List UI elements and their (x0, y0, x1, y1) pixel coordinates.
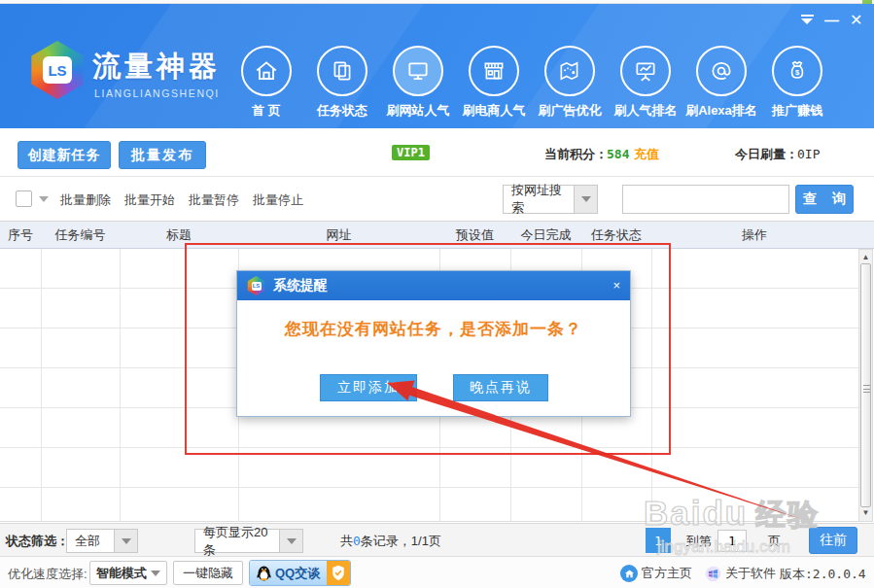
later-button[interactable]: 晚点再说 (453, 374, 548, 401)
records-count: 0 (353, 534, 361, 548)
speed-label: 优化速度选择: (8, 566, 87, 583)
official-home-link[interactable]: 官方主页 (620, 565, 692, 582)
recharge-link[interactable]: 充值 (634, 146, 659, 163)
search-input[interactable] (622, 185, 789, 214)
col-url[interactable]: 网址 (238, 222, 439, 249)
batch-publish-button[interactable]: 批量发布 (119, 141, 206, 169)
nav-ecommerce-traffic[interactable]: 刷电商人气 (455, 46, 533, 120)
tasks-icon (317, 46, 367, 96)
about-software-label: 关于软件 (725, 565, 776, 582)
batch-actions-bar: 批量删除 批量开始 批量暂停 批量停止 按网址搜索 查 询 (0, 177, 874, 222)
points-label: 当前积分： (544, 146, 608, 163)
batch-stop-link[interactable]: 批量停止 (253, 191, 303, 209)
menu-bar (801, 15, 814, 17)
add-now-button[interactable]: 立即添加 (320, 374, 417, 401)
records-suffix: 条记录，1/1页 (361, 534, 441, 548)
status-filter-select[interactable]: 全部 (66, 529, 138, 553)
col-today-done[interactable]: 今日完成 (510, 222, 581, 249)
logo-monogram: LS (252, 282, 262, 291)
page-size-select[interactable]: 每页显示20条 (194, 529, 303, 553)
app-subtitle: LIANGLIANGSHENQI (94, 87, 220, 99)
home-icon (241, 46, 292, 96)
nav-promote-earn[interactable]: $ 推广赚钱 (758, 46, 836, 120)
filter-value: 全部 (67, 533, 114, 550)
select-dropdown-icon[interactable] (39, 196, 49, 202)
hide-button[interactable]: 一键隐藏 (173, 561, 243, 585)
app-header: LS 流量神器 LIANGLIANGSHENQI 首 页 任务状态 刷网站人气 … (0, 4, 874, 128)
vip-badge: VIP1 (392, 145, 430, 160)
grid-line (651, 249, 652, 522)
presentation-chart-icon (620, 46, 671, 96)
official-home-label: 官方主页 (642, 565, 692, 582)
filter-label: 状态筛选： (6, 533, 69, 550)
nav-ad-optimize[interactable]: 刷广告优化 (531, 46, 609, 120)
dialog-titlebar: LS 系统提醒 × (237, 271, 630, 300)
records-prefix: 共 (340, 534, 353, 548)
shield-check-icon (327, 561, 350, 585)
today-label: 今日刷量： (735, 146, 798, 163)
grid-line (120, 249, 121, 522)
about-software-link[interactable]: 关于软件 (705, 565, 776, 582)
chevron-down-icon (151, 571, 160, 576)
goto-page-button[interactable]: 往前 (809, 527, 857, 554)
col-index[interactable]: 序号 (0, 222, 41, 249)
scrollbar-grip (863, 385, 870, 393)
col-preset[interactable]: 预设值 (439, 222, 510, 249)
app-logo: LS (29, 41, 86, 99)
nav-alexa-rank[interactable]: 刷Alexa排名 (682, 46, 760, 120)
points-value: 584 (607, 147, 629, 161)
create-task-button[interactable]: 创建新任务 (17, 141, 111, 169)
footer-bar: 优化速度选择: 智能模式 一键隐藏 QQ交谈 官方主页 关于软件 版本:2.0.… (0, 556, 874, 588)
at-icon (696, 46, 747, 96)
minimize-button[interactable]: — (824, 12, 839, 29)
table-header: 序号 任务编号 标题 网址 预设值 今日完成 任务状态 操作 (0, 222, 874, 249)
close-button[interactable]: ✕ (850, 12, 862, 29)
scroll-up-icon[interactable]: ▲ (859, 252, 872, 263)
batch-start-link[interactable]: 批量开始 (124, 191, 175, 209)
dialog-title: 系统提醒 (273, 277, 328, 294)
app-title: 流量神器 (92, 48, 221, 86)
qq-chat-label: QQ交谈 (275, 565, 320, 582)
pagesize-value: 每页显示20条 (195, 524, 279, 559)
speed-value: 智能模式 (96, 565, 147, 582)
version-text: 版本:2.0.0.4 (780, 566, 866, 583)
nav-rank-boost[interactable]: 刷人气排名 (607, 46, 684, 120)
goto-label: 到第 (686, 533, 712, 550)
map-icon (544, 46, 595, 96)
search-type-select[interactable]: 按网址搜索 (503, 185, 598, 214)
scrollbar-thumb[interactable] (860, 263, 871, 507)
windows-logo-icon (705, 566, 721, 582)
vertical-scrollbar[interactable]: ▲ ▼ (858, 249, 873, 522)
batch-delete-link[interactable]: 批量删除 (60, 191, 111, 209)
chevron-down-icon (279, 530, 302, 552)
menu-triangle (801, 18, 813, 24)
col-task-id[interactable]: 任务编号 (41, 222, 120, 249)
chevron-down-icon (114, 530, 137, 552)
qq-penguin-icon (257, 565, 271, 581)
monitor-icon (393, 46, 443, 96)
search-type-value: 按网址搜索 (504, 182, 574, 217)
query-button[interactable]: 查 询 (795, 185, 854, 214)
select-all-checkbox[interactable] (16, 190, 32, 207)
nav-task-status[interactable]: 任务状态 (303, 46, 381, 120)
goto-page-input[interactable] (717, 530, 747, 552)
status-bar: 状态筛选： 全部 每页显示20条 共0条记录，1/1页 1 到第 页 往前 (0, 523, 874, 556)
scroll-down-icon[interactable]: ▼ (859, 507, 872, 519)
nav-home[interactable]: 首 页 (227, 46, 305, 120)
system-alert-dialog: LS 系统提醒 × 您现在没有网站任务，是否添加一条？ 立即添加 晚点再说 (236, 270, 631, 417)
qq-chat-button[interactable]: QQ交谈 (249, 560, 351, 586)
batch-pause-link[interactable]: 批量暂停 (189, 191, 239, 209)
page-number-button[interactable]: 1 (646, 528, 671, 553)
menu-icon[interactable] (799, 12, 815, 24)
goto-suffix: 页 (768, 533, 781, 550)
col-title[interactable]: 标题 (120, 222, 238, 249)
col-actions[interactable]: 操作 (651, 222, 857, 249)
nav-website-traffic[interactable]: 刷网站人气 (379, 46, 457, 120)
records-summary: 共0条记录，1/1页 (340, 533, 441, 550)
dialog-close-icon[interactable]: × (612, 271, 620, 300)
chevron-down-icon (574, 186, 597, 213)
col-task-state[interactable]: 任务状态 (581, 222, 651, 249)
speed-mode-select[interactable]: 智能模式 (89, 561, 167, 585)
home-icon (620, 565, 638, 582)
storefront-icon (469, 46, 519, 96)
